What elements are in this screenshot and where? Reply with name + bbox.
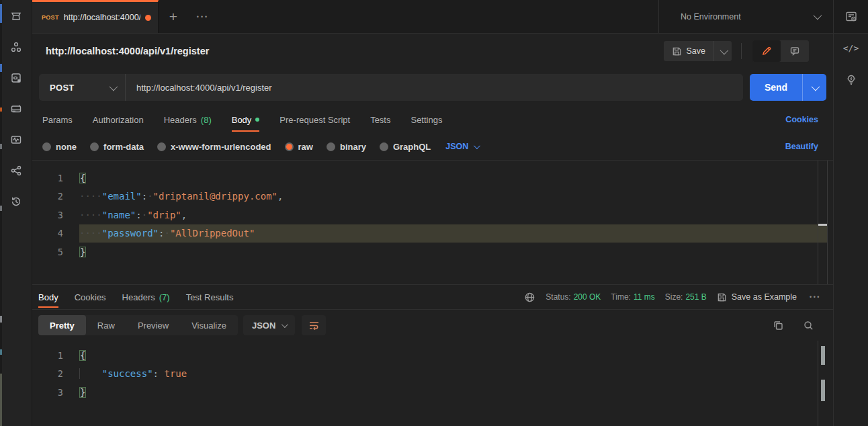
code-line-2[interactable]: 2····"email":·"driptanil@drippy.com",: [32, 187, 828, 206]
chevron-down-icon: [812, 82, 820, 91]
bulb-icon[interactable]: [844, 73, 858, 89]
tab-label: Pre-request Script: [279, 115, 350, 125]
comment-icon: [789, 46, 800, 56]
response-scrollbar[interactable]: [818, 341, 828, 426]
search-icon: [803, 320, 814, 331]
apis-icon[interactable]: [8, 40, 24, 54]
code-line-1[interactable]: 1{: [32, 169, 828, 187]
body-type-binary[interactable]: binary: [327, 142, 366, 152]
tab-method-badge: POST: [42, 14, 59, 21]
globe-icon: [524, 292, 535, 303]
copy-icon: [773, 320, 784, 331]
response-language-select[interactable]: JSON: [243, 315, 295, 335]
token-ws: ·: [164, 228, 169, 239]
tab-title: http://localhost:4000/: [64, 13, 140, 22]
url-input[interactable]: http://localhost:4000/api/v1/register: [126, 74, 743, 101]
token-str: "drip": [147, 210, 181, 220]
radio-label: GraphQL: [393, 142, 431, 152]
response-header: BodyCookiesHeaders(7)Test Results Status…: [32, 285, 833, 309]
collections-icon[interactable]: [8, 9, 24, 24]
monitors-icon[interactable]: [8, 132, 24, 147]
chevron-down-icon: [281, 321, 288, 328]
send-button[interactable]: Send: [750, 74, 802, 101]
code-line-5[interactable]: 5}: [32, 243, 828, 261]
response-options-button[interactable]: •••: [807, 294, 824, 300]
code-line-4[interactable]: 4····"password":·"AllDrippedOut": [32, 224, 828, 243]
response-tab-test-results[interactable]: Test Results: [186, 285, 234, 309]
cursor-position-marker: [818, 224, 827, 226]
view-tab-preview[interactable]: Preview: [126, 315, 180, 335]
tab-options-button[interactable]: •••: [188, 0, 218, 33]
beautify-link[interactable]: Beautify: [785, 142, 818, 151]
body-type-raw[interactable]: raw: [285, 142, 313, 152]
environments-icon[interactable]: [8, 71, 24, 85]
save-button[interactable]: Save: [664, 41, 714, 61]
edit-request-button[interactable]: [752, 40, 781, 62]
response-body-editor: 1{2 "success": true3}: [32, 341, 833, 426]
radio-label: binary: [340, 142, 366, 152]
method-select[interactable]: POST: [39, 74, 125, 101]
code-content: }: [79, 243, 828, 261]
code-snippet-icon[interactable]: </>: [843, 43, 859, 53]
cookies-link[interactable]: Cookies: [785, 115, 818, 124]
token-punc: :: [136, 210, 141, 220]
save-icon: [717, 292, 727, 302]
token-brace: {: [79, 173, 86, 183]
tab-params[interactable]: Params: [42, 106, 73, 133]
response-tab-body[interactable]: Body: [38, 285, 58, 309]
body-type-GraphQL[interactable]: GraphQL: [380, 142, 431, 152]
tab-label: Headers: [122, 292, 155, 302]
tab-tests[interactable]: Tests: [370, 106, 390, 133]
environment-quick-look-button[interactable]: [833, 0, 868, 33]
token-plain: [159, 368, 164, 379]
token-punc: ,: [181, 210, 187, 220]
body-type-form-data[interactable]: form-data: [90, 142, 144, 152]
environment-selector[interactable]: No Environment: [658, 0, 833, 33]
request-body-editor[interactable]: 1{2····"email":·"driptanil@drippy.com",3…: [32, 161, 833, 284]
code-content: }: [79, 383, 828, 402]
code-content: ····"name":·"drip",: [79, 206, 828, 224]
comments-button[interactable]: [781, 40, 809, 62]
view-tab-raw[interactable]: Raw: [86, 315, 126, 335]
tab-label: Params: [42, 115, 73, 125]
response-toolbar: PrettyRawPreviewVisualize JSON: [32, 310, 833, 341]
meta-size: Size:251 B: [665, 292, 707, 302]
token-ws: ·: [147, 191, 153, 202]
view-tab-visualize[interactable]: Visualize: [180, 315, 238, 335]
save-options-button[interactable]: [713, 41, 732, 61]
send-options-button[interactable]: [802, 74, 826, 101]
body-type-none[interactable]: none: [42, 142, 77, 152]
radio-label: x-www-form-urlencoded: [171, 142, 271, 152]
save-as-example-button[interactable]: Save as Example: [717, 292, 797, 302]
response-tab-headers[interactable]: Headers(7): [122, 285, 170, 309]
token-key: "email": [102, 191, 142, 202]
copy-response-button[interactable]: [773, 320, 784, 331]
meta-status: Status:200 OK: [546, 292, 601, 302]
body-type-x-www-form-urlencoded[interactable]: x-www-form-urlencoded: [157, 142, 271, 152]
flows-icon[interactable]: [8, 163, 24, 178]
history-icon[interactable]: [8, 194, 24, 209]
code-line-3[interactable]: 3····"name":·"drip",: [32, 206, 828, 224]
new-tab-button[interactable]: +: [159, 0, 188, 33]
radio-icon: [327, 142, 335, 151]
search-response-button[interactable]: [803, 320, 814, 331]
editor-overview-ruler[interactable]: [818, 161, 828, 284]
view-tab-pretty[interactable]: Pretty: [38, 315, 86, 335]
wrap-lines-button[interactable]: [302, 315, 326, 335]
tab-body[interactable]: Body: [232, 106, 260, 133]
mock-servers-icon[interactable]: [8, 101, 24, 116]
tab-headers[interactable]: Headers(8): [164, 106, 212, 133]
token-guide: [79, 368, 102, 379]
method-value: POST: [50, 83, 110, 93]
token-ws: ····: [79, 210, 102, 220]
response-tab-cookies[interactable]: Cookies: [75, 285, 106, 309]
radio-icon: [157, 142, 166, 151]
body-language-select[interactable]: JSON: [445, 142, 478, 151]
tab-pre-request-script[interactable]: Pre-request Script: [279, 106, 350, 133]
request-tab[interactable]: POST http://localhost:4000/: [32, 0, 159, 33]
token-bool: true: [164, 368, 187, 379]
tab-authorization[interactable]: Authorization: [93, 106, 144, 133]
meta-time: Time:11 ms: [611, 292, 654, 302]
tab-settings[interactable]: Settings: [410, 106, 442, 133]
tab-label: Authorization: [93, 115, 144, 125]
